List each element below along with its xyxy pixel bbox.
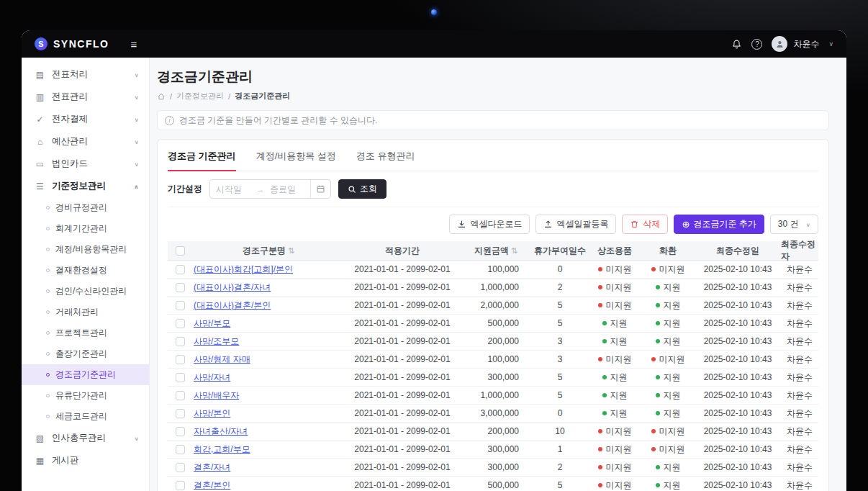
- row-checkbox[interactable]: [176, 319, 185, 328]
- amount-cell: 500,000: [460, 318, 532, 328]
- delete-button[interactable]: 삭제: [622, 215, 668, 234]
- row-name-link[interactable]: 자녀출산/자녀: [194, 425, 248, 438]
- sidebar-subitem[interactable]: 회계기간관리: [22, 218, 149, 239]
- row-name-link[interactable]: (대표이사)결혼/자녀: [194, 281, 271, 294]
- status-dot-icon: [598, 267, 602, 271]
- modifier-cell: 차윤수: [781, 389, 818, 402]
- column-header[interactable]: 경조구분명⇅: [192, 245, 345, 257]
- name-cell: (대표이사)결혼/자녀: [192, 281, 345, 294]
- row-name-link[interactable]: 사망/본인: [194, 407, 230, 420]
- sidebar-item[interactable]: ▭법인카드∨: [22, 153, 149, 175]
- status-dot-icon: [602, 411, 607, 415]
- tab[interactable]: 경조 유형관리: [356, 150, 415, 171]
- help-icon[interactable]: ?: [751, 39, 762, 50]
- modifier-cell: 차윤수: [781, 371, 818, 384]
- status-label: 미지원: [659, 443, 685, 456]
- sidebar-subitem[interactable]: 프로젝트관리: [22, 323, 149, 343]
- goods-cell: 지원: [588, 335, 641, 348]
- user-name[interactable]: 차윤수: [793, 38, 819, 50]
- status-dot-icon: [656, 339, 660, 343]
- sidebar-item[interactable]: ▦게시판: [22, 449, 149, 472]
- row-checkbox[interactable]: [176, 445, 185, 454]
- sidebar-item-label: 게시판: [52, 454, 139, 467]
- row-checkbox[interactable]: [176, 283, 185, 292]
- column-header[interactable]: 지원금액⇅: [460, 245, 532, 257]
- row-checkbox[interactable]: [176, 409, 185, 418]
- modified-cell: 2025-02-10 10:43: [695, 444, 781, 454]
- table-row: (대표이사)결혼/본인2021-01-01 - 2099-02-012,000,…: [168, 297, 818, 315]
- sidebar-item[interactable]: ▤전표처리∨: [22, 63, 149, 86]
- row-checkbox[interactable]: [176, 481, 185, 490]
- sidebar-subitem[interactable]: 검인/수신라인관리: [22, 281, 149, 302]
- sidebar-subitem[interactable]: 경조금기준관리: [22, 364, 149, 385]
- row-checkbox[interactable]: [176, 391, 185, 400]
- page-size-select[interactable]: 30 건 ∨: [770, 215, 818, 234]
- search-button[interactable]: 조회: [338, 179, 386, 199]
- row-checkbox[interactable]: [176, 463, 185, 472]
- sort-icon[interactable]: ⇅: [288, 246, 294, 256]
- sidebar-subitem[interactable]: 경비규정관리: [22, 197, 149, 218]
- status-label: 미지원: [606, 299, 632, 312]
- sidebar-subitem[interactable]: 세금코드관리: [22, 406, 149, 427]
- status-label: 미지원: [606, 353, 632, 366]
- sidebar-subitem[interactable]: 결재환경설정: [22, 260, 149, 281]
- notification-bell-icon[interactable]: [731, 39, 742, 50]
- end-date-input[interactable]: [264, 184, 310, 194]
- row-name-link[interactable]: 사망/조부모: [194, 335, 239, 348]
- avatar[interactable]: [772, 36, 787, 52]
- table-row: 자녀출산/자녀2021-01-01 - 2099-02-01200,00010미…: [168, 423, 818, 441]
- wreath-cell: 지원: [641, 371, 695, 384]
- menu-icon[interactable]: ≡: [130, 38, 137, 50]
- sidebar-item[interactable]: ☰기준정보관리∧: [22, 175, 149, 197]
- sidebar-subitem[interactable]: 거래처관리: [22, 302, 149, 323]
- row-name-link[interactable]: 사망/배우자: [194, 389, 239, 402]
- row-checkbox[interactable]: [176, 427, 185, 436]
- sidebar-item[interactable]: ▧인사총무관리∨: [22, 427, 149, 449]
- sort-icon[interactable]: ⇅: [511, 246, 517, 256]
- sidebar-item[interactable]: ⌂예산관리∨: [22, 130, 149, 153]
- modified-cell: 2025-02-10 10:43: [695, 282, 781, 292]
- status-dot-icon: [656, 483, 660, 487]
- row-checkbox[interactable]: [176, 337, 185, 346]
- sidebar-subitem[interactable]: 유류단가관리: [22, 385, 149, 406]
- row-checkbox[interactable]: [176, 355, 185, 364]
- row-checkbox[interactable]: [176, 301, 185, 310]
- row-name-link[interactable]: 회갑,고희/부모: [194, 443, 250, 456]
- tab[interactable]: 경조금 기준관리: [168, 150, 236, 171]
- modifier-cell: 차윤수: [781, 353, 818, 366]
- table-row: 결혼/본인2021-01-01 - 2099-02-01500,0005미지원지…: [168, 477, 818, 491]
- calendar-icon[interactable]: [310, 180, 330, 198]
- excel-upload-button[interactable]: 엑셀일괄등록: [535, 215, 616, 234]
- breadcrumb-item[interactable]: 기준정보관리: [176, 91, 224, 102]
- tab[interactable]: 계정/비용항목 설정: [256, 150, 336, 171]
- row-name-link[interactable]: (대표이사)회갑[고희]/본인: [194, 263, 293, 276]
- status-dot-icon: [602, 375, 607, 379]
- excel-download-button[interactable]: 엑셀다운로드: [449, 215, 530, 234]
- check-cell: [168, 445, 192, 454]
- sidebar-item-label: 전표관리: [52, 91, 134, 103]
- sidebar-subitem[interactable]: 출장기준관리: [22, 343, 149, 364]
- add-standard-button[interactable]: ⊕ 경조금기준 추가: [674, 215, 764, 234]
- row-name-link[interactable]: 사망/부모: [194, 317, 230, 330]
- sidebar-subitem-label: 거래처관리: [55, 306, 99, 318]
- budget-icon: ⌂: [35, 137, 45, 147]
- select-all-checkbox[interactable]: [176, 246, 185, 256]
- chevron-down-icon[interactable]: ∨: [828, 40, 833, 48]
- days-cell: 1: [532, 444, 588, 454]
- start-date-input[interactable]: [210, 184, 256, 194]
- sidebar-item[interactable]: ✓전자결제∨: [22, 108, 149, 130]
- sidebar-menu: ▤전표처리∨▥전표관리∨✓전자결제∨⌂예산관리∨▭법인카드∨☰기준정보관리∧경비…: [22, 58, 150, 491]
- modifier-cell: 차윤수: [781, 281, 818, 294]
- row-checkbox[interactable]: [176, 373, 185, 382]
- home-icon[interactable]: [157, 92, 166, 101]
- wreath-cell: 미지원: [641, 353, 695, 366]
- row-name-link[interactable]: 사망/자녀: [194, 371, 230, 384]
- row-checkbox[interactable]: [176, 265, 185, 274]
- sidebar-subitem[interactable]: 계정/비용항목관리: [22, 239, 149, 260]
- row-name-link[interactable]: 결혼/자녀: [194, 461, 230, 474]
- amount-cell: 300,000: [460, 444, 532, 454]
- row-name-link[interactable]: 결혼/본인: [194, 479, 230, 491]
- row-name-link[interactable]: 사망/형제 자매: [194, 353, 250, 366]
- sidebar-item[interactable]: ▥전표관리∨: [22, 86, 149, 108]
- row-name-link[interactable]: (대표이사)결혼/본인: [194, 299, 271, 312]
